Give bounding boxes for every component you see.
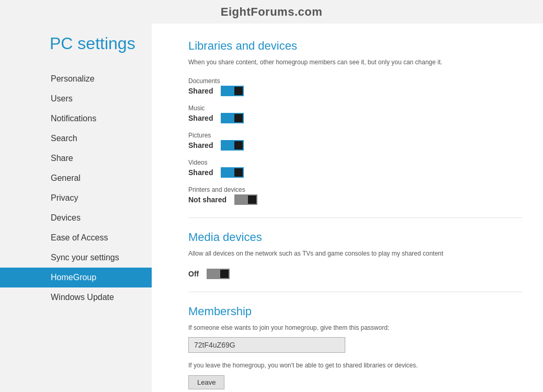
toggle-label-printers: Printers and devices (188, 186, 522, 193)
app-container: PC settings Personalize Users Notificati… (0, 0, 543, 392)
toggle-row-media: Off (188, 269, 522, 279)
toggle-row-documents: Documents Shared (188, 77, 522, 96)
main-content: Libraries and devices When you share con… (152, 24, 543, 392)
toggle-thumb-documents (234, 87, 243, 95)
toggle-status-music: Shared (188, 114, 213, 122)
section-divider-1 (188, 217, 522, 218)
toggle-label-pictures: Pictures (188, 132, 522, 139)
toggle-printers[interactable] (234, 194, 257, 205)
toggle-thumb-media (220, 270, 229, 278)
media-section-title: Media devices (188, 230, 522, 244)
libraries-section-desc: When you share content, other homegroup … (188, 58, 522, 67)
sidebar-item-sync-settings[interactable]: Sync your settings (0, 248, 152, 268)
toggle-row-videos: Videos Shared (188, 159, 522, 178)
sidebar-item-users[interactable]: Users (0, 89, 152, 109)
toggle-videos[interactable] (221, 167, 244, 178)
membership-password-label: If someone else wants to join your homeg… (188, 324, 522, 332)
leave-button[interactable]: Leave (188, 375, 224, 389)
sidebar: PC settings Personalize Users Notificati… (0, 24, 152, 392)
toggle-thumb-videos (234, 168, 243, 177)
sidebar-item-ease-of-access[interactable]: Ease of Access (0, 228, 152, 248)
toggle-status-printers: Not shared (188, 195, 227, 204)
libraries-section-title: Libraries and devices (188, 39, 522, 53)
toggle-thumb-music (234, 114, 243, 122)
membership-leave-desc: If you leave the homegroup, you won't be… (188, 361, 522, 370)
toggle-status-documents: Shared (188, 87, 213, 95)
toggle-row-music: Music Shared (188, 105, 522, 123)
toggle-thumb-pictures (234, 141, 243, 149)
toggle-pictures[interactable] (221, 140, 244, 151)
sidebar-item-devices[interactable]: Devices (0, 208, 152, 228)
sidebar-item-share[interactable]: Share (0, 148, 152, 168)
watermark: EightForums.com (221, 5, 323, 19)
toggle-documents[interactable] (221, 86, 244, 96)
sidebar-item-search[interactable]: Search (0, 129, 152, 148)
sidebar-item-general[interactable]: General (0, 168, 152, 188)
sidebar-item-windows-update[interactable]: Windows Update (0, 287, 152, 307)
sidebar-item-privacy[interactable]: Privacy (0, 188, 152, 208)
app-title: PC settings (0, 24, 152, 69)
toggle-music[interactable] (221, 113, 244, 123)
toggle-label-music: Music (188, 105, 522, 112)
section-divider-2 (188, 292, 522, 292)
toggle-status-videos: Shared (188, 168, 213, 177)
membership-section-title: Membership (188, 305, 522, 318)
sidebar-item-homegroup[interactable]: HomeGroup (0, 268, 152, 287)
sidebar-item-personalize[interactable]: Personalize (0, 69, 152, 89)
toggle-status-media: Off (188, 270, 199, 278)
homegroup-password: 72tF4uZ69G (188, 337, 345, 353)
toggle-media[interactable] (207, 269, 230, 279)
toggle-row-pictures: Pictures Shared (188, 132, 522, 151)
media-section-desc: Allow all devices on the network such as… (188, 249, 522, 258)
sidebar-item-notifications[interactable]: Notifications (0, 109, 152, 129)
toggle-label-documents: Documents (188, 77, 522, 85)
toggle-status-pictures: Shared (188, 141, 213, 149)
toggle-label-videos: Videos (188, 159, 522, 166)
toggle-row-printers: Printers and devices Not shared (188, 186, 522, 205)
toggle-thumb-printers (248, 195, 256, 204)
